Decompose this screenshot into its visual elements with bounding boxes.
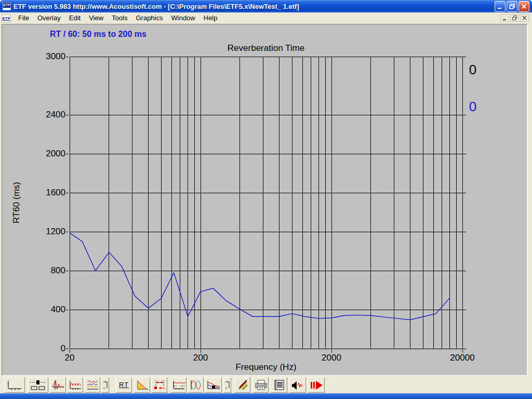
minimize-icon [497, 4, 503, 9]
smoothed-response-icon [172, 379, 185, 391]
menu-item-file[interactable]: File [14, 12, 33, 24]
speaker-response-icon [206, 379, 221, 391]
display-levels-icon [29, 379, 47, 391]
impulse-response-icon [51, 379, 65, 391]
energy-decay-icon [136, 379, 149, 391]
mdi-close-icon [522, 16, 527, 20]
chart-window: RT / 60: 50 ms to 200 ms Reverberation T… [2, 24, 528, 376]
frequency-response-button[interactable] [67, 377, 83, 393]
chart-axes-icon [5, 379, 24, 391]
rotate-axis-2-button[interactable] [223, 377, 231, 393]
restore-icon [509, 4, 515, 9]
notes-icon [272, 379, 286, 391]
overlay-slot-0-black: 0 [467, 62, 479, 77]
y-tick-label: 800 [25, 265, 65, 276]
color-editor-icon [236, 379, 249, 391]
frequency-response-icon [69, 379, 82, 391]
run-measurement-icon [309, 379, 324, 391]
gate-markers-icon [153, 379, 166, 391]
gate-markers-button[interactable] [151, 377, 167, 393]
menu-item-edit[interactable]: Edit [65, 12, 85, 24]
speaker-response-button[interactable] [205, 377, 222, 393]
window-title: ETF version 5.983 http://www.Acoustisoft… [14, 3, 495, 10]
print-icon [254, 379, 268, 391]
window-bottom-border [0, 393, 532, 399]
mdi-restore-button[interactable] [510, 14, 519, 22]
app-icon-label: ETF [3, 3, 10, 8]
y-tick-label: 3000 [25, 51, 65, 62]
rt60-range-annotation: RT / 60: 50 ms to 200 ms [50, 30, 147, 39]
overlay-slot-0-blue: 0 [467, 99, 479, 114]
x-axis-title: Frequency (Hz) [162, 362, 370, 373]
phase-response-button[interactable] [188, 377, 204, 393]
mdi-minimize-icon [502, 16, 507, 20]
y-axis-title: RT60 (ms) [11, 166, 22, 239]
menu-item-overlay[interactable]: Overlay [33, 12, 65, 24]
menu-item-window[interactable]: Window [167, 12, 200, 24]
menu-item-view[interactable]: View [85, 12, 108, 24]
mdi-close-button[interactable] [520, 14, 529, 22]
toolbar: RT [0, 376, 532, 393]
notes-button[interactable] [270, 377, 287, 393]
chart-title: Reverberation Time [162, 43, 370, 54]
print-button[interactable] [252, 377, 269, 393]
overlay-curves-icon [86, 379, 99, 391]
close-button[interactable] [518, 1, 529, 12]
chart-axes-button[interactable] [4, 377, 25, 393]
overlay-curves-button[interactable] [84, 377, 100, 393]
rt60-chart [2, 24, 527, 375]
document-icon[interactable]: ETF [2, 15, 11, 22]
x-tick-label: 200 [177, 353, 224, 363]
y-tick-label: 400 [25, 304, 65, 315]
y-tick-label: 0 [25, 343, 65, 354]
x-tick-label: 20000 [439, 353, 486, 363]
measure-icon [290, 379, 305, 391]
x-tick-label: 20 [46, 353, 93, 363]
mdi-restore-icon [512, 16, 517, 20]
title-bar: ETF ETF version 5.983 http://www.Acousti… [0, 0, 532, 12]
menu-items: FileOverlayEditViewToolsGraphicsWindowHe… [14, 12, 222, 24]
rt60-curve [70, 233, 450, 320]
mdi-minimize-button[interactable] [500, 14, 509, 22]
rotate-axis-2-icon [224, 379, 231, 391]
menu-item-tools[interactable]: Tools [108, 12, 131, 24]
display-levels-button[interactable] [28, 377, 48, 393]
y-tick-label: 2400 [25, 110, 65, 120]
y-tick-label: 1600 [25, 188, 65, 198]
menu-item-graphics[interactable]: Graphics [131, 12, 167, 24]
energy-decay-button[interactable] [134, 377, 150, 393]
phase-response-icon [189, 379, 203, 391]
app-icon: ETF [3, 2, 11, 10]
rotate-axis-icon [102, 379, 109, 391]
impulse-response-button[interactable] [50, 377, 66, 393]
color-editor-button[interactable] [234, 377, 250, 393]
x-tick-label: 2000 [308, 353, 355, 363]
rotate-axis-button[interactable] [101, 377, 109, 393]
smoothed-response-button[interactable] [170, 377, 187, 393]
close-icon [521, 4, 527, 9]
run-measurement-button[interactable] [308, 377, 325, 393]
menu-item-help[interactable]: Help [200, 12, 222, 24]
restore-button[interactable] [507, 1, 517, 12]
minimize-button[interactable] [495, 1, 506, 12]
rt60-button[interactable]: RT [116, 377, 132, 393]
rt60-button-label: RT [119, 381, 129, 389]
measure-button[interactable] [289, 377, 306, 393]
menu-bar: ETF FileOverlayEditViewToolsGraphicsWind… [0, 12, 532, 24]
y-tick-label: 2000 [25, 149, 65, 159]
y-tick-label: 1200 [25, 227, 65, 237]
